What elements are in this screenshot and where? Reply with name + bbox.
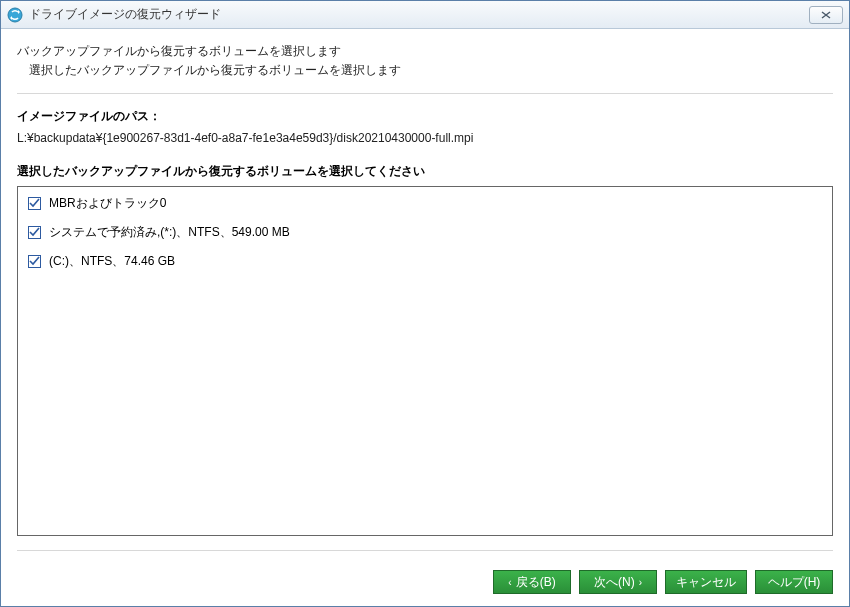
checkbox[interactable] [28,226,41,239]
wizard-header-subtitle: 選択したバックアップファイルから復元するボリュームを選択します [17,62,833,79]
checkbox[interactable] [28,255,41,268]
help-button[interactable]: ヘルプ(H) [755,570,833,594]
divider [17,93,833,94]
list-item-label: MBRおよびトラック0 [49,195,166,212]
cancel-button[interactable]: キャンセル [665,570,747,594]
list-item-label: システムで予約済み,(*:)、NTFS、549.00 MB [49,224,290,241]
window-title: ドライブイメージの復元ウィザード [29,6,809,23]
cancel-button-label: キャンセル [676,574,736,591]
list-item[interactable]: システムで予約済み,(*:)、NTFS、549.00 MB [28,224,822,241]
content-area: バックアップファイルから復元するボリュームを選択します 選択したバックアップファ… [1,29,849,560]
wizard-window: ドライブイメージの復元ウィザード バックアップファイルから復元するボリュームを選… [0,0,850,607]
back-button[interactable]: ‹ 戻る(B) [493,570,571,594]
button-row: ‹ 戻る(B) 次へ(N) › キャンセル ヘルプ(H) [1,560,849,606]
volume-select-label: 選択したバックアップファイルから復元するボリュームを選択してください [17,163,833,180]
next-button-label: 次へ(N) [594,574,635,591]
footer-divider [17,550,833,551]
volume-list: MBRおよびトラック0 システムで予約済み,(*:)、NTFS、549.00 M… [17,186,833,536]
next-button[interactable]: 次へ(N) › [579,570,657,594]
image-path-label: イメージファイルのパス： [17,108,833,125]
list-item[interactable]: (C:)、NTFS、74.46 GB [28,253,822,270]
list-item-label: (C:)、NTFS、74.46 GB [49,253,175,270]
back-button-label: 戻る(B) [516,574,556,591]
close-icon [819,10,833,20]
help-button-label: ヘルプ(H) [768,574,821,591]
list-item[interactable]: MBRおよびトラック0 [28,195,822,212]
image-path-value: L:¥backupdata¥{1e900267-83d1-4ef0-a8a7-f… [17,131,833,145]
checkbox[interactable] [28,197,41,210]
close-button[interactable] [809,6,843,24]
chevron-right-icon: › [639,577,642,588]
wizard-header-title: バックアップファイルから復元するボリュームを選択します [17,43,833,60]
chevron-left-icon: ‹ [508,577,511,588]
app-icon [7,7,23,23]
titlebar: ドライブイメージの復元ウィザード [1,1,849,29]
wizard-header: バックアップファイルから復元するボリュームを選択します 選択したバックアップファ… [17,39,833,89]
